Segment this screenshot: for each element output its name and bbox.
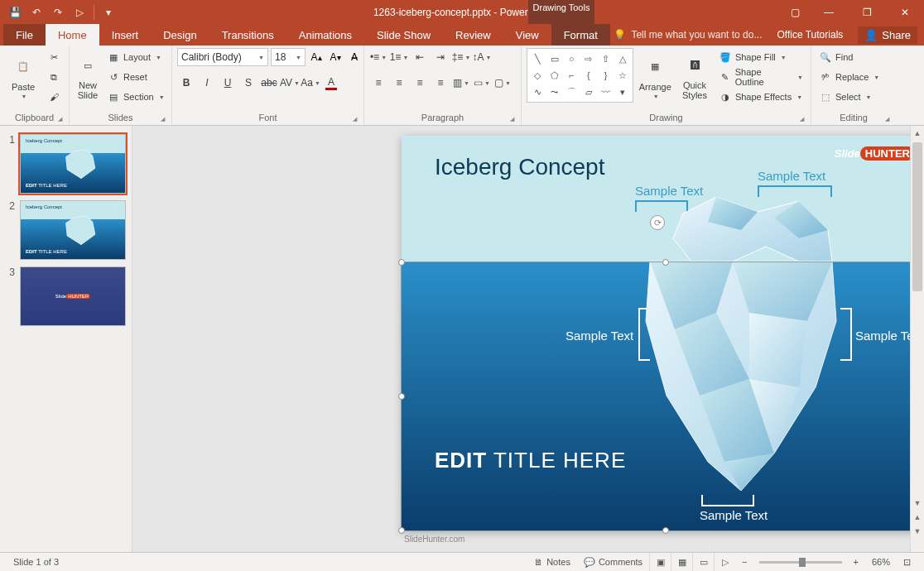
tab-home[interactable]: Home bbox=[46, 24, 99, 46]
tab-animations[interactable]: Animations bbox=[286, 24, 364, 46]
share-button[interactable]: 👤 Share bbox=[858, 26, 917, 44]
label-top-2[interactable]: Sample Text bbox=[758, 169, 825, 183]
scroll-down-button[interactable]: ▼ bbox=[911, 496, 924, 510]
clear-formatting-button[interactable]: A̶ bbox=[346, 48, 363, 66]
label-top-1[interactable]: Sample Text bbox=[635, 184, 703, 198]
thumbnail-image-1[interactable]: Iceberg Concept EDIT TITLE HERE bbox=[20, 134, 126, 194]
section-button[interactable]: ▤Section▼ bbox=[104, 88, 167, 106]
zoom-out-button[interactable]: − bbox=[735, 557, 753, 567]
align-text-button[interactable]: ▭▼ bbox=[473, 74, 491, 92]
comments-button[interactable]: 💬Comments bbox=[577, 557, 649, 568]
find-button[interactable]: 🔍Find bbox=[816, 48, 882, 66]
change-case-button[interactable]: Aa▼ bbox=[301, 74, 320, 92]
tab-transitions[interactable]: Transitions bbox=[209, 24, 286, 46]
increase-font-button[interactable]: A▴ bbox=[308, 48, 325, 66]
strikethrough-button[interactable]: abc bbox=[260, 74, 278, 92]
select-button[interactable]: ⬚Select▼ bbox=[816, 88, 882, 106]
decrease-font-button[interactable]: A▾ bbox=[327, 48, 344, 66]
italic-button[interactable]: I bbox=[198, 74, 216, 92]
thumbnail-1[interactable]: 1 Iceberg Concept EDIT TITLE HERE bbox=[0, 131, 132, 197]
copy-button[interactable]: ⧉ bbox=[45, 68, 63, 86]
customize-qat-button[interactable]: ▾ bbox=[99, 2, 118, 22]
slide-sorter-button[interactable]: ▦ bbox=[671, 553, 692, 572]
handle-nw[interactable] bbox=[398, 259, 405, 266]
scroll-up-button[interactable]: ▲ bbox=[911, 126, 924, 140]
shape-fill-button[interactable]: 🪣Shape Fill▼ bbox=[716, 48, 806, 66]
quick-styles-button[interactable]: 🅰 Quick Styles bbox=[676, 48, 713, 104]
font-name-combo[interactable]: Calibri (Body)▼ bbox=[177, 48, 268, 66]
handle-n[interactable] bbox=[662, 259, 669, 266]
replace-button[interactable]: ᵃ⁄ᵇReplace▼ bbox=[816, 68, 882, 86]
tab-slideshow[interactable]: Slide Show bbox=[364, 24, 443, 46]
handle-s[interactable] bbox=[662, 527, 669, 534]
underline-button[interactable]: U bbox=[219, 74, 237, 92]
increase-indent-button[interactable]: ⇥ bbox=[431, 48, 450, 66]
redo-button[interactable]: ↷ bbox=[48, 2, 68, 22]
arrange-button[interactable]: ▦ Arrange▼ bbox=[637, 48, 673, 104]
gallery-more-button[interactable]: ▾ bbox=[615, 84, 631, 99]
shape-effects-button[interactable]: ◑Shape Effects▼ bbox=[716, 88, 806, 106]
align-left-button[interactable]: ≡ bbox=[369, 74, 387, 92]
office-tutorials-link[interactable]: Office Tutorials bbox=[777, 29, 843, 41]
start-slideshow-button[interactable]: ▷ bbox=[70, 2, 89, 22]
align-center-button[interactable]: ≡ bbox=[390, 74, 408, 92]
zoom-in-button[interactable]: + bbox=[847, 557, 865, 567]
handle-w[interactable] bbox=[398, 393, 405, 400]
next-slide-button[interactable]: ▼ bbox=[911, 524, 924, 538]
slide-counter[interactable]: Slide 1 of 3 bbox=[7, 557, 65, 567]
thumbnail-image-3[interactable]: SlideHUNTER bbox=[20, 266, 126, 326]
tell-me-search[interactable]: 💡 Tell me what you want to do... bbox=[614, 29, 762, 41]
char-spacing-button[interactable]: AV▼ bbox=[281, 74, 299, 92]
bold-button[interactable]: B bbox=[177, 74, 195, 92]
text-direction-button[interactable]: ↕A▼ bbox=[473, 48, 491, 66]
justify-button[interactable]: ≡ bbox=[431, 74, 450, 92]
close-button[interactable]: ✕ bbox=[886, 0, 924, 24]
thumbnail-3[interactable]: 3 SlideHUNTER bbox=[0, 263, 132, 329]
undo-button[interactable]: ↶ bbox=[26, 2, 46, 22]
bullets-button[interactable]: •≡▼ bbox=[369, 48, 387, 66]
line-spacing-button[interactable]: ‡≡▼ bbox=[452, 48, 470, 66]
tab-insert[interactable]: Insert bbox=[99, 24, 152, 46]
shape-outline-button[interactable]: ✎Shape Outline▼ bbox=[716, 68, 806, 86]
vertical-scrollbar[interactable]: ▲ ▼ ▲ ▼ bbox=[910, 126, 924, 552]
smartart-button[interactable]: ▢▼ bbox=[493, 74, 512, 92]
slide-title[interactable]: Iceberg Concept bbox=[435, 154, 604, 180]
tab-review[interactable]: Review bbox=[443, 24, 503, 46]
font-size-combo[interactable]: 18▼ bbox=[271, 48, 306, 66]
save-button[interactable]: 💾 bbox=[5, 2, 25, 22]
tab-file[interactable]: File bbox=[3, 24, 46, 46]
rotation-handle[interactable]: ⟳ bbox=[650, 215, 665, 230]
fit-to-window-button[interactable]: ⊡ bbox=[897, 557, 917, 568]
reading-view-button[interactable]: ▭ bbox=[692, 553, 714, 572]
zoom-slider-knob[interactable] bbox=[799, 558, 806, 567]
normal-view-button[interactable]: ▣ bbox=[649, 553, 671, 572]
layout-button[interactable]: ▦Layout▼ bbox=[104, 48, 167, 66]
tab-design[interactable]: Design bbox=[151, 24, 209, 46]
tab-view[interactable]: View bbox=[503, 24, 551, 46]
zoom-level[interactable]: 66% bbox=[865, 557, 897, 567]
reset-button[interactable]: ↺Reset bbox=[104, 68, 167, 86]
slide-thumbnail-panel[interactable]: 1 Iceberg Concept EDIT TITLE HERE 2 Iceb… bbox=[0, 126, 132, 552]
decrease-indent-button[interactable]: ⇤ bbox=[411, 48, 429, 66]
shadow-button[interactable]: S bbox=[239, 74, 257, 92]
numbering-button[interactable]: 1≡▼ bbox=[390, 48, 408, 66]
thumbnail-image-2[interactable]: Iceberg Concept EDIT TITLE HERE bbox=[20, 200, 126, 260]
prev-slide-button[interactable]: ▲ bbox=[911, 510, 924, 524]
handle-sw[interactable] bbox=[398, 527, 405, 534]
scroll-thumb[interactable] bbox=[912, 142, 922, 291]
slide-canvas-area[interactable]: Iceberg Concept SlideHUNTER Sample Text … bbox=[132, 126, 924, 552]
thumbnail-2[interactable]: 2 Iceberg Concept EDIT TITLE HERE bbox=[0, 197, 132, 263]
tab-format[interactable]: Format bbox=[551, 24, 610, 46]
paste-button[interactable]: 📋 Paste ▼ bbox=[5, 48, 41, 104]
minimize-button[interactable]: — bbox=[810, 0, 848, 24]
shapes-gallery[interactable]: ╲▭○⇨⇧△ ◇⬠⌐{}☆ ∿⤳⌒▱〰▾ bbox=[527, 48, 633, 103]
zoom-slider[interactable] bbox=[759, 561, 842, 564]
font-color-button[interactable]: A bbox=[322, 74, 340, 92]
slideshow-view-button[interactable]: ▷ bbox=[714, 553, 735, 572]
notes-button[interactable]: 🗎Notes bbox=[527, 557, 577, 567]
align-right-button[interactable]: ≡ bbox=[411, 74, 429, 92]
new-slide-button[interactable]: ▭ New Slide bbox=[75, 48, 101, 104]
format-painter-button[interactable]: 🖌 bbox=[45, 88, 63, 106]
restore-button[interactable]: ❐ bbox=[848, 0, 886, 24]
columns-button[interactable]: ▥▼ bbox=[452, 74, 470, 92]
